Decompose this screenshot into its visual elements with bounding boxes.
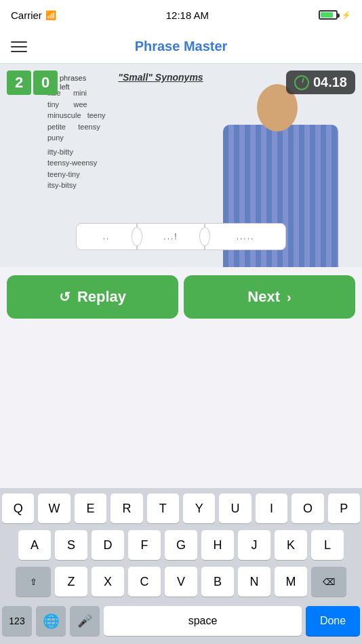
nav-bar: Phrase Master [0, 30, 362, 64]
hamburger-menu[interactable] [11, 41, 27, 52]
key-k[interactable]: K [275, 530, 307, 560]
replay-icon: ↺ [59, 289, 71, 305]
key-s[interactable]: S [55, 530, 87, 560]
key-r[interactable]: R [110, 494, 142, 523]
status-bar: Carrier 📶 12:18 AM ⚡ [0, 0, 362, 30]
key-mic[interactable]: 🎤 [70, 606, 100, 636]
replay-button[interactable]: ↺ Replay [7, 275, 178, 319]
carrier-label: Carrier [11, 9, 42, 21]
next-label: Next [247, 288, 280, 306]
key-number[interactable]: 123 [2, 606, 32, 636]
key-e[interactable]: E [75, 494, 106, 523]
wifi-icon: 📶 [45, 10, 56, 20]
app-title: Phrase Master [135, 39, 228, 54]
puzzle-connector-2 [199, 227, 210, 246]
puzzle-piece-1: .. [76, 223, 137, 250]
key-q[interactable]: Q [2, 494, 34, 523]
keyboard: Q W E R T Y U I O P A S D F G H J K L ⇧ … [0, 488, 362, 644]
video-area: "Small" Synonyms little mini tiny wee mi… [0, 64, 362, 267]
keyboard-row-2: A S D F G H J K L [2, 530, 360, 560]
key-backspace[interactable]: ⌫ [311, 567, 346, 597]
status-left: Carrier 📶 [11, 9, 56, 21]
key-j[interactable]: J [238, 530, 270, 560]
key-t[interactable]: T [147, 494, 179, 523]
timer-icon [294, 75, 309, 90]
score-digit-2: 0 [33, 71, 58, 95]
score-badge: 2 0 phrases left [7, 71, 86, 95]
next-icon: › [287, 289, 291, 305]
key-h[interactable]: H [201, 530, 234, 560]
key-v[interactable]: V [165, 567, 197, 597]
puzzle-connector-1 [132, 227, 142, 246]
phrases-text: phrases [60, 74, 86, 83]
key-d[interactable]: D [92, 530, 124, 560]
keyboard-keys: Q W E R T Y U I O P A S D F G H J K L ⇧ … [0, 488, 362, 597]
replay-label: Replay [77, 288, 126, 306]
key-z[interactable]: Z [55, 567, 87, 597]
next-button[interactable]: Next › [184, 275, 355, 319]
key-globe[interactable]: 🌐 [36, 606, 66, 636]
key-y[interactable]: Y [183, 494, 215, 523]
keyboard-row-1: Q W E R T Y U I O P [2, 494, 360, 523]
content-area [0, 327, 362, 428]
key-a[interactable]: A [18, 530, 51, 560]
key-b[interactable]: B [201, 567, 234, 597]
key-o[interactable]: O [291, 494, 323, 523]
left-text: left [60, 83, 86, 92]
key-g[interactable]: G [165, 530, 197, 560]
phrases-label: phrases left [60, 71, 86, 95]
bolt-icon: ⚡ [342, 11, 351, 20]
puzzle-piece-2: ...! [137, 223, 205, 250]
score-digit-1: 2 [7, 71, 31, 95]
key-p[interactable]: P [328, 494, 360, 523]
keyboard-bottom-bar: 123 🌐 🎤 space Done [0, 603, 362, 644]
battery-icon [319, 10, 338, 20]
key-n[interactable]: N [238, 567, 270, 597]
key-space[interactable]: space [104, 606, 302, 636]
buttons-row: ↺ Replay Next › [0, 267, 362, 327]
puzzle-piece-3: ..... [205, 223, 286, 250]
status-right: ⚡ [319, 10, 351, 20]
whiteboard-body: little mini tiny wee minuscule teeny pet… [47, 87, 274, 191]
key-m[interactable]: M [275, 567, 307, 597]
timer-value: 04.18 [313, 75, 347, 90]
key-f[interactable]: F [128, 530, 161, 560]
keyboard-row-3: ⇧ Z X C V B N M ⌫ [2, 567, 360, 597]
key-x[interactable]: X [92, 567, 124, 597]
key-done[interactable]: Done [306, 606, 360, 636]
key-u[interactable]: U [219, 494, 251, 523]
timer-badge: 04.18 [286, 71, 355, 94]
key-shift[interactable]: ⇧ [16, 567, 51, 597]
status-time: 12:18 AM [166, 9, 209, 21]
puzzle-row: .. ...! ..... [76, 223, 286, 250]
key-i[interactable]: I [256, 494, 287, 523]
key-w[interactable]: W [38, 494, 70, 523]
key-l[interactable]: L [311, 530, 344, 560]
key-c[interactable]: C [128, 567, 161, 597]
